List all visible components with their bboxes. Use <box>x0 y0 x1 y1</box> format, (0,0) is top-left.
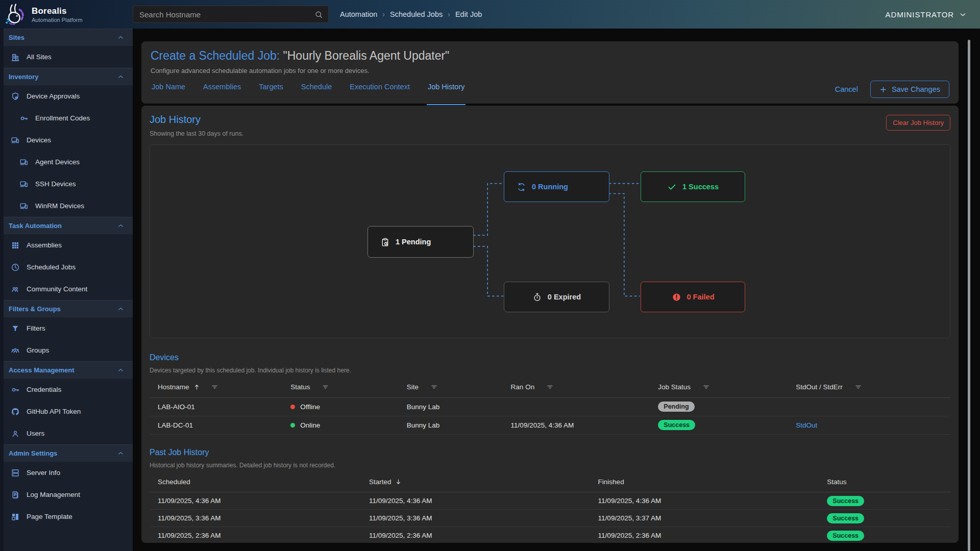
sidebar-item-filters[interactable]: Filters <box>0 317 133 339</box>
column-header-job-status[interactable]: Job Status <box>658 377 796 397</box>
flow-box-pending[interactable]: 1 Pending <box>368 226 474 258</box>
tab-targets[interactable]: Targets <box>258 81 284 105</box>
flow-box-failed[interactable]: 0 Failed <box>641 282 745 312</box>
past-finished: 11/09/2025, 3:37 AM <box>598 510 827 527</box>
sidebar-item-page-template[interactable]: Page Template <box>0 506 133 528</box>
device-site: Bunny Lab <box>407 397 511 416</box>
borealis-logo <box>4 3 27 26</box>
save-changes-label: Save Changes <box>892 85 940 93</box>
job-status-badge: Success <box>658 420 695 430</box>
sidebar-section-header[interactable]: Filters & Groups <box>0 300 133 317</box>
job-status-badge: Success <box>827 496 864 506</box>
community-icon <box>11 285 20 294</box>
column-label: StdOut / StdErr <box>796 383 843 391</box>
sidebar-item-log-management[interactable]: Log Management <box>0 484 133 506</box>
job-status-badge: Success <box>827 513 864 523</box>
app-header: Borealis Automation Platform Automation›… <box>0 0 980 29</box>
sync-icon <box>517 182 526 192</box>
column-header-hostname[interactable]: Hostname <box>150 377 290 397</box>
user-menu[interactable]: ADMINISTRATOR <box>886 10 967 19</box>
column-label: Hostname <box>158 383 189 391</box>
column-header-ran-on[interactable]: Ran On <box>511 377 658 397</box>
column-label: Status <box>827 478 846 486</box>
breadcrumb-item[interactable]: Scheduled Jobs <box>390 10 443 18</box>
sidebar-section-header[interactable]: Sites <box>0 29 133 46</box>
filter-icon[interactable] <box>322 383 329 391</box>
clear-job-history-button[interactable]: Clear Job History <box>886 115 950 131</box>
sidebar-section-header[interactable]: Inventory <box>0 68 133 85</box>
flow-box-label: 0 Expired <box>548 293 581 301</box>
tab-job-name[interactable]: Job Name <box>151 81 186 105</box>
past-job-row: 11/09/2025, 4:36 AM 11/09/2025, 4:36 AM … <box>150 492 950 510</box>
tab-assemblies[interactable]: Assemblies <box>202 81 242 105</box>
template-icon <box>11 512 20 521</box>
sidebar-item-label: Groups <box>27 346 49 354</box>
sidebar-item-all-sites[interactable]: All Sites <box>0 46 133 68</box>
flow-box-running[interactable]: 0 Running <box>504 171 609 202</box>
sidebar-item-ssh-devices[interactable]: SSH Devices <box>0 173 133 195</box>
search-box <box>133 6 329 23</box>
breadcrumb-item[interactable]: Edit Job <box>455 10 482 18</box>
search-input[interactable] <box>133 10 314 19</box>
column-label: Started <box>369 478 391 486</box>
column-header-scheduled[interactable]: Scheduled <box>150 472 369 492</box>
key-icon <box>19 114 29 123</box>
past-job-history-subheading: Historical job history summaries. Detail… <box>150 462 950 469</box>
flow-box-success[interactable]: 1 Success <box>641 171 745 202</box>
filter-icon[interactable] <box>430 383 438 391</box>
column-header-stdout-stderr[interactable]: StdOut / StdErr <box>796 377 950 397</box>
sort-desc-icon <box>395 478 402 486</box>
sidebar-section-header[interactable]: Admin Settings <box>0 444 133 462</box>
save-changes-button[interactable]: Save Changes <box>870 81 949 98</box>
sidebar-item-assemblies[interactable]: Assemblies <box>0 234 133 256</box>
sidebar-item-scheduled-jobs[interactable]: Scheduled Jobs <box>0 256 133 278</box>
sidebar-item-winrm-devices[interactable]: WinRM Devices <box>0 195 133 217</box>
sidebar-item-agent-devices[interactable]: Agent Devices <box>0 151 133 173</box>
sidebar-item-label: Device Approvals <box>27 92 80 100</box>
sidebar-section-header[interactable]: Task Automation <box>0 217 133 234</box>
cancel-button[interactable]: Cancel <box>835 85 858 93</box>
sidebar-item-community-content[interactable]: Community Content <box>0 278 133 300</box>
column-header-status[interactable]: Status <box>827 472 950 492</box>
log-icon <box>11 490 20 499</box>
device-hostname: LAB-AIO-01 <box>150 397 290 416</box>
tab-job-history[interactable]: Job History <box>427 81 466 105</box>
job-status-badge: Pending <box>658 402 694 412</box>
filter-icon[interactable] <box>854 383 862 391</box>
sidebar-section-label: Task Automation <box>9 222 62 230</box>
alert-icon <box>672 292 681 302</box>
filter-icon[interactable] <box>702 383 710 391</box>
sidebar-item-device-approvals[interactable]: Device Approvals <box>0 85 133 107</box>
sidebar-item-users[interactable]: Users <box>0 422 133 444</box>
column-header-site[interactable]: Site <box>407 377 511 397</box>
job-editor-header-card: Create a Scheduled Job: "Hourly Borealis… <box>141 41 959 104</box>
sidebar-item-enrollment-codes[interactable]: Enrollment Codes <box>0 107 133 129</box>
page-scrollbar[interactable] <box>968 40 970 551</box>
column-header-finished[interactable]: Finished <box>598 472 827 492</box>
sidebar-item-devices[interactable]: Devices <box>0 129 133 151</box>
sidebar-section-header[interactable]: Access Management <box>0 361 133 379</box>
job-history-card: Job History Showing the last 30 days of … <box>141 106 959 543</box>
filter-icon[interactable] <box>211 383 218 391</box>
device-row: LAB-DC-01 Online Bunny Lab 11/09/2025, 4… <box>150 416 950 434</box>
funnel-icon <box>11 324 20 333</box>
tab-execution-context[interactable]: Execution Context <box>349 81 411 105</box>
job-status-flow-diagram: 1 Pending0 Running1 Success0 Expired0 Fa… <box>150 144 950 338</box>
sidebar-item-credentials[interactable]: Credentials <box>0 379 133 400</box>
chevron-up-icon <box>117 366 125 374</box>
column-header-started[interactable]: Started <box>369 472 598 492</box>
flow-box-expired[interactable]: 0 Expired <box>504 282 609 312</box>
sidebar-item-server-info[interactable]: Server Info <box>0 462 133 484</box>
sidebar-item-github-api-token[interactable]: GitHub API Token <box>0 400 133 422</box>
past-job-history-table: ScheduledStartedFinishedStatus 11/09/202… <box>150 472 950 543</box>
grid-icon <box>11 241 20 250</box>
filter-icon[interactable] <box>546 383 554 391</box>
brand-tagline: Automation Platform <box>32 17 83 23</box>
breadcrumb-item[interactable]: Automation <box>340 10 377 18</box>
column-header-status[interactable]: Status <box>290 377 407 397</box>
job-status-badge: Success <box>827 531 864 541</box>
tab-schedule[interactable]: Schedule <box>300 81 333 105</box>
sidebar-item-groups[interactable]: Groups <box>0 339 133 361</box>
chevron-down-icon <box>959 11 967 18</box>
stdout-link[interactable]: StdOut <box>796 421 817 429</box>
